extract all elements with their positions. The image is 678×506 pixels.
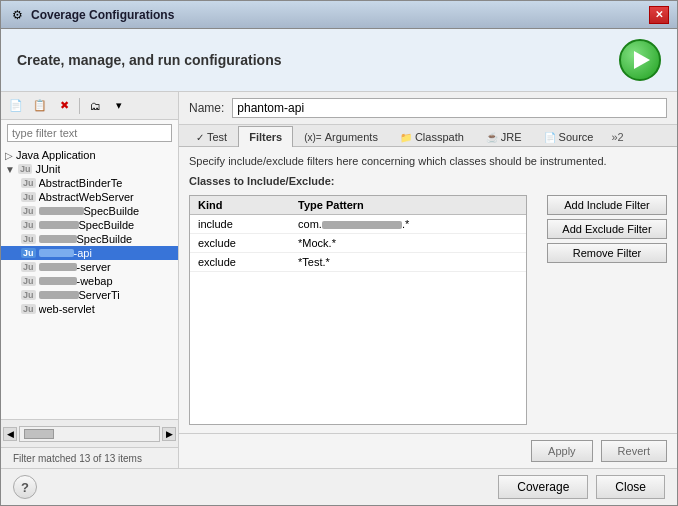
ju-icon: Ju xyxy=(21,178,36,188)
tab-source[interactable]: 📄 Source xyxy=(533,126,605,147)
tab-arguments-label: Arguments xyxy=(325,131,378,143)
col-pattern: Type Pattern xyxy=(290,196,526,215)
new-config-button[interactable]: 📄 xyxy=(5,96,27,116)
name-bar: Name: xyxy=(179,92,677,125)
main-window: ⚙ Coverage Configurations ✕ Create, mana… xyxy=(0,0,678,506)
list-item[interactable]: Ju -server xyxy=(1,260,178,274)
classes-section-label: Classes to Include/Exclude: xyxy=(179,171,677,191)
revert-button[interactable]: Revert xyxy=(601,440,667,462)
tree-item-label: AbstractWebServer xyxy=(39,191,134,203)
tab-classpath[interactable]: 📁 Classpath xyxy=(389,126,475,147)
filter-table-wrapper: Kind Type Pattern include com..* xyxy=(179,191,537,429)
ju-icon: Ju xyxy=(21,220,36,230)
add-exclude-filter-button[interactable]: Add Exclude Filter xyxy=(547,219,667,239)
ju-icon: Ju xyxy=(21,262,36,272)
tab-filters-label: Filters xyxy=(249,131,282,143)
list-item[interactable]: Ju SpecBuilde xyxy=(1,218,178,232)
tree-item-label: SpecBuilde xyxy=(39,205,140,217)
delete-config-button[interactable]: ✖ xyxy=(53,96,75,116)
tab-filters[interactable]: Filters xyxy=(238,126,293,147)
horizontal-scrollbar[interactable] xyxy=(19,426,160,442)
tree-item-label: AbstractBinderTe xyxy=(39,177,123,189)
header-bar: Create, manage, and run configurations xyxy=(1,29,677,92)
table-row[interactable]: exclude *Mock.* xyxy=(190,234,526,253)
tab-test[interactable]: ✓ Test xyxy=(185,126,238,147)
ju-icon: Ju xyxy=(21,234,36,244)
window-icon: ⚙ xyxy=(9,7,25,23)
table-row[interactable]: exclude *Test.* xyxy=(190,253,526,272)
arguments-tab-icon: (x)= xyxy=(304,132,322,143)
pattern-cell: *Test.* xyxy=(290,253,526,272)
apply-button[interactable]: Apply xyxy=(531,440,593,462)
list-item[interactable]: Ju web-servlet xyxy=(1,302,178,316)
col-kind: Kind xyxy=(190,196,290,215)
classpath-tab-icon: 📁 xyxy=(400,132,412,143)
ju-icon: Ju xyxy=(21,276,36,286)
tab-classpath-label: Classpath xyxy=(415,131,464,143)
title-bar: ⚙ Coverage Configurations ✕ xyxy=(1,1,677,29)
ju-icon: Ju xyxy=(21,290,36,300)
kind-cell: include xyxy=(190,215,290,234)
tab-overflow[interactable]: »2 xyxy=(604,126,630,147)
table-row[interactable]: include com..* xyxy=(190,215,526,234)
list-item[interactable]: Ju SpecBuilde xyxy=(1,232,178,246)
left-panel: 📄 📋 ✖ 🗂 ▾ ▷ Java Application ▼ xyxy=(1,92,179,468)
tabs-bar: ✓ Test Filters (x)= Arguments 📁 Classpat… xyxy=(179,125,677,147)
content-area: Kind Type Pattern include com..* xyxy=(179,191,677,433)
window-title: Coverage Configurations xyxy=(31,8,649,22)
list-item[interactable]: Ju AbstractBinderTe xyxy=(1,176,178,190)
ju-icon: Ju xyxy=(21,192,36,202)
scroll-right-button[interactable]: ▶ xyxy=(162,427,176,441)
copy-config-button[interactable]: 📋 xyxy=(29,96,51,116)
ju-icon: Ju xyxy=(21,304,36,314)
page-title: Create, manage, and run configurations xyxy=(17,52,282,68)
pattern-cell: *Mock.* xyxy=(290,234,526,253)
help-button[interactable]: ? xyxy=(13,475,37,499)
tree-item-label: ServerTi xyxy=(39,289,120,301)
overflow-label: »2 xyxy=(611,131,623,143)
filter-status-text: Filter matched 13 of 13 items xyxy=(7,451,148,466)
config-name-input[interactable] xyxy=(232,98,667,118)
tree-item-label: -webap xyxy=(39,275,113,287)
tree-item-label: -api xyxy=(39,247,92,259)
pattern-cell: com..* xyxy=(290,215,526,234)
tab-jre[interactable]: ☕ JRE xyxy=(475,126,533,147)
collapse-icon: ▼ xyxy=(5,164,15,175)
filter-action-buttons: Add Include Filter Add Exclude Filter Re… xyxy=(537,191,677,429)
list-item[interactable]: Ju -webap xyxy=(1,274,178,288)
footer: ? Coverage Close xyxy=(1,468,677,505)
menu-button[interactable]: ▾ xyxy=(108,96,130,116)
filter-status-bar: Filter matched 13 of 13 items xyxy=(1,447,178,468)
tree-item-junit[interactable]: ▼ Ju JUnit xyxy=(1,162,178,176)
ju-icon: Ju xyxy=(21,206,36,216)
scroll-thumb xyxy=(24,429,54,439)
tree-section-java: ▷ Java Application xyxy=(1,148,178,162)
kind-cell: exclude xyxy=(190,234,290,253)
list-item[interactable]: Ju AbstractWebServer xyxy=(1,190,178,204)
filter-input[interactable] xyxy=(7,124,172,142)
list-item[interactable]: Ju SpecBuilde xyxy=(1,204,178,218)
junit-badge: Ju xyxy=(18,164,33,174)
name-label: Name: xyxy=(189,101,224,115)
footer-buttons: Coverage Close xyxy=(498,475,665,499)
add-include-filter-button[interactable]: Add Include Filter xyxy=(547,195,667,215)
close-button[interactable]: Close xyxy=(596,475,665,499)
tab-source-label: Source xyxy=(559,131,594,143)
list-item[interactable]: Ju ServerTi xyxy=(1,288,178,302)
toolbar-separator xyxy=(79,98,80,114)
kind-cell: exclude xyxy=(190,253,290,272)
tree-item-label: -server xyxy=(39,261,111,273)
filter-table-area: Kind Type Pattern include com..* xyxy=(189,195,527,425)
tab-arguments[interactable]: (x)= Arguments xyxy=(293,126,389,147)
remove-filter-button[interactable]: Remove Filter xyxy=(547,243,667,263)
scroll-left-button[interactable]: ◀ xyxy=(3,427,17,441)
list-item-selected[interactable]: Ju -api xyxy=(1,246,178,260)
collapse-button[interactable]: 🗂 xyxy=(84,96,106,116)
close-window-button[interactable]: ✕ xyxy=(649,6,669,24)
main-content: 📄 📋 ✖ 🗂 ▾ ▷ Java Application ▼ xyxy=(1,92,677,468)
ju-icon: Ju xyxy=(21,248,36,258)
test-tab-icon: ✓ xyxy=(196,132,204,143)
tree-item-java-application[interactable]: ▷ Java Application xyxy=(1,148,178,162)
coverage-button[interactable]: Coverage xyxy=(498,475,588,499)
run-button[interactable] xyxy=(619,39,661,81)
